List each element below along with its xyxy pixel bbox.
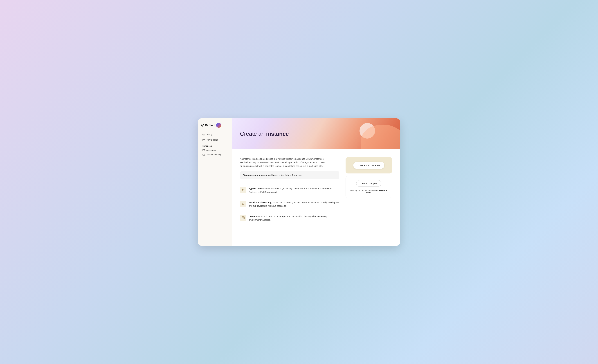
avatar bbox=[216, 123, 221, 128]
codebase-icon-box bbox=[240, 187, 246, 193]
code-icon bbox=[241, 188, 245, 191]
card-icon bbox=[202, 133, 205, 136]
svg-rect-4 bbox=[203, 139, 205, 141]
feature-text-github: Install our GitHub app, so you can conne… bbox=[249, 201, 339, 208]
svg-rect-2 bbox=[203, 134, 205, 135]
commands-icon-box bbox=[240, 215, 246, 221]
sidebar-item-billing[interactable]: Billing bbox=[201, 132, 229, 137]
feature-text-codebase: Type of codebase we will work on, includ… bbox=[249, 187, 339, 194]
content-left: An Instance is a designated space that h… bbox=[240, 157, 339, 238]
instances-section-title: Instances bbox=[201, 143, 229, 148]
content-area: An Instance is a designated space that h… bbox=[232, 149, 400, 246]
description-text: An Instance is a designated space that h… bbox=[240, 157, 327, 168]
notice-box: To create your instance we'll need a few… bbox=[240, 171, 339, 179]
svg-rect-10 bbox=[243, 217, 244, 218]
commands-icon bbox=[241, 216, 245, 219]
sidebar-item-usage[interactable]: July's usage bbox=[201, 137, 229, 142]
sidebar-item-acme-app[interactable]: Acme app bbox=[201, 148, 229, 152]
calendar-icon bbox=[202, 139, 205, 141]
app-window: GitStart Billing July's usage Instances bbox=[198, 118, 400, 246]
cta-card: Create Your Instance bbox=[346, 157, 392, 174]
contact-support-button[interactable]: Contact Support bbox=[356, 180, 382, 187]
svg-rect-11 bbox=[242, 218, 243, 219]
svg-rect-12 bbox=[243, 218, 244, 219]
svg-rect-9 bbox=[242, 217, 243, 218]
github-icon bbox=[241, 202, 245, 206]
svg-point-1 bbox=[202, 125, 203, 125]
svg-line-8 bbox=[243, 189, 243, 191]
sidebar-logo: GitStart bbox=[201, 123, 229, 128]
notice-text: To create your instance we'll need a few… bbox=[243, 174, 302, 176]
sidebar: GitStart Billing July's usage Instances bbox=[198, 118, 232, 246]
page-title: Create an instance bbox=[240, 131, 289, 137]
logo-text: GitStart bbox=[201, 124, 215, 127]
main-content: Create an instance An Instance is a desi… bbox=[232, 118, 400, 246]
feature-text-commands: Commands to build and run your repo or a… bbox=[249, 215, 339, 222]
github-icon-box bbox=[240, 201, 246, 207]
content-right: Create Your Instance Contact Support Loo… bbox=[346, 157, 392, 238]
folder-icon-acme-marketing bbox=[202, 153, 205, 156]
feature-list: Type of codebase we will work on, includ… bbox=[240, 183, 339, 225]
support-info-text: Looking for more information? Read our d… bbox=[349, 189, 389, 194]
feature-item-codebase: Type of codebase we will work on, includ… bbox=[240, 183, 339, 197]
hero-banner: Create an instance bbox=[232, 118, 400, 149]
sidebar-item-acme-marketing[interactable]: Acme marketing bbox=[201, 153, 229, 157]
feature-item-commands: Commands to build and run your repo or a… bbox=[240, 211, 339, 225]
support-card: Contact Support Looking for more informa… bbox=[346, 176, 392, 198]
feature-item-github: Install our GitHub app, so you can conne… bbox=[240, 197, 339, 211]
folder-icon-acme-app bbox=[202, 149, 205, 151]
create-instance-button[interactable]: Create Your Instance bbox=[353, 162, 384, 169]
